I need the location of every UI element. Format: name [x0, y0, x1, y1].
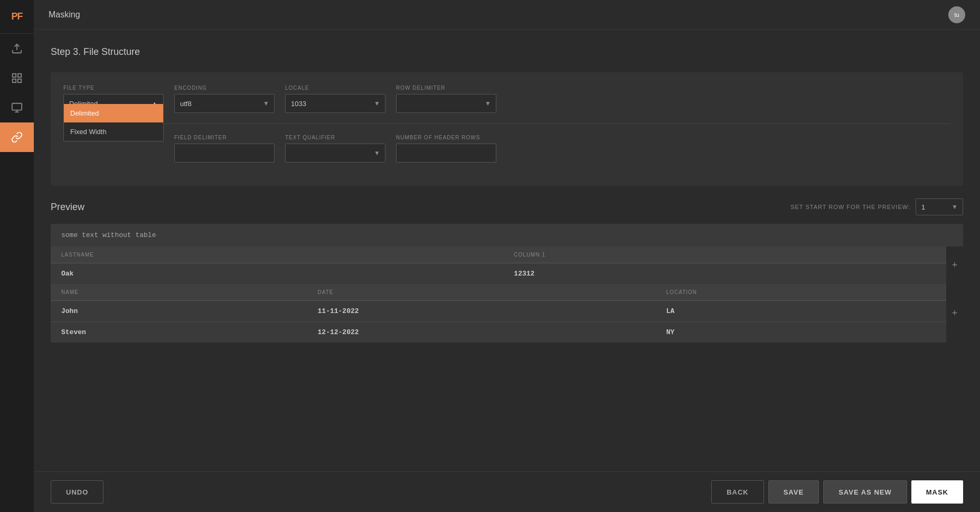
table-2-cell-name-2: Steven — [51, 322, 307, 343]
preview-table-2-container: NAME DATE LOCATION John 11-11-2022 LA — [51, 284, 963, 343]
footer: UNDO BACK SAVE SAVE AS NEW MASK — [34, 471, 980, 512]
table-1-cell-col1: 12312 — [503, 263, 946, 285]
mask-button[interactable]: MASK — [911, 480, 963, 504]
add-column-button-2[interactable]: + — [946, 284, 963, 343]
header-rows-label: NUMBER OF HEADER ROWS — [396, 135, 496, 140]
table-row: Oak 12312 — [51, 263, 946, 285]
row-delimiter-select[interactable] — [396, 94, 496, 113]
table-2-col-date: DATE — [307, 284, 656, 301]
preview-text-row: some text without table — [51, 224, 963, 246]
table-2-cell-location-1: LA — [656, 301, 946, 322]
table-1-header-row: LASTNAME COLUMN 1 — [51, 246, 946, 263]
table-row: Steven 12-12-2022 NY — [51, 322, 946, 343]
table-2-cell-location-2: NY — [656, 322, 946, 343]
header: Masking tu — [34, 0, 980, 30]
header-rows-group: NUMBER OF HEADER ROWS — [396, 135, 496, 163]
sidebar-item-grid[interactable] — [0, 63, 34, 93]
file-structure-form: FILE TYPE Delimited ▲ Delimited Fixed Wi… — [51, 72, 963, 186]
sidebar-item-link[interactable] — [0, 122, 34, 152]
svg-rect-5 — [12, 103, 22, 110]
header-rows-input[interactable] — [396, 144, 496, 163]
locale-group: LOCALE 1033 1041 2052 1036 ▼ — [285, 85, 385, 113]
field-delimiter-input[interactable] — [174, 144, 275, 163]
locale-label: LOCALE — [285, 85, 385, 91]
preview-row-control: SET START ROW FOR THE PREVIEW: 1 2 3 ▼ — [790, 198, 963, 215]
footer-right: BACK SAVE SAVE AS NEW MASK — [711, 480, 963, 504]
row-delimiter-group: ROW DELIMITER ▼ — [396, 85, 496, 113]
form-row-2: FIELD DELIMITER TEXT QUALIFIER ▼ NUMBE — [63, 135, 950, 163]
start-row-label: SET START ROW FOR THE PREVIEW: — [790, 204, 910, 210]
field-delimiter-label: FIELD DELIMITER — [174, 135, 275, 140]
encoding-group: ENCODING utf8 utf16 ascii latin1 ▼ — [174, 85, 275, 113]
back-button[interactable]: BACK — [711, 480, 764, 504]
form-row-1: FILE TYPE Delimited ▲ Delimited Fixed Wi… — [63, 85, 950, 113]
table-2-header-row: NAME DATE LOCATION — [51, 284, 946, 301]
save-as-new-button[interactable]: SAVE AS NEW — [823, 480, 907, 504]
sidebar-item-upload[interactable] — [0, 34, 34, 63]
row-delimiter-select-wrapper: ▼ — [396, 94, 496, 113]
encoding-select-wrapper: utf8 utf16 ascii latin1 ▼ — [174, 94, 275, 113]
table-2-cell-date-1: 11-11-2022 — [307, 301, 656, 322]
locale-select[interactable]: 1033 1041 2052 1036 — [285, 94, 385, 113]
sidebar-item-monitor[interactable] — [0, 93, 34, 122]
svg-rect-3 — [13, 79, 16, 82]
preview-table-1-block: LASTNAME COLUMN 1 Oak 12312 — [51, 246, 946, 284]
encoding-label: ENCODING — [174, 85, 275, 91]
table-1-col-lastname: LASTNAME — [51, 246, 503, 263]
save-button[interactable]: SAVE — [768, 480, 819, 504]
dropdown-option-delimited[interactable]: Delimited — [64, 104, 163, 122]
preview-table-1: LASTNAME COLUMN 1 Oak 12312 — [51, 246, 946, 284]
sidebar: PF — [0, 0, 34, 512]
preview-header: Preview SET START ROW FOR THE PREVIEW: 1… — [51, 198, 963, 215]
avatar[interactable]: tu — [948, 6, 965, 23]
page-title: Masking — [49, 10, 80, 20]
file-type-dropdown: Delimited Fixed Width — [63, 104, 164, 141]
text-qualifier-group: TEXT QUALIFIER ▼ — [285, 135, 385, 163]
preview-area: some text without table LASTNAME COLUMN … — [51, 224, 963, 343]
svg-rect-4 — [18, 79, 21, 82]
logo-text: PF — [11, 11, 22, 22]
table-row: John 11-11-2022 LA — [51, 301, 946, 322]
field-delimiter-group: FIELD DELIMITER — [174, 135, 275, 163]
dropdown-option-fixed-width[interactable]: Fixed Width — [64, 122, 163, 141]
start-row-select[interactable]: 1 2 3 — [916, 198, 963, 215]
undo-button[interactable]: UNDO — [51, 480, 103, 504]
app-logo: PF — [0, 0, 34, 34]
content-area: Step 3. File Structure FILE TYPE Delimit… — [34, 30, 980, 471]
svg-rect-2 — [18, 74, 21, 77]
text-qualifier-select-wrapper: ▼ — [285, 144, 385, 163]
text-qualifier-label: TEXT QUALIFIER — [285, 135, 385, 140]
footer-left: UNDO — [51, 480, 103, 504]
start-row-select-wrapper: 1 2 3 ▼ — [916, 198, 963, 215]
file-type-label: FILE TYPE — [63, 85, 164, 91]
preview-table-2: NAME DATE LOCATION John 11-11-2022 LA — [51, 284, 946, 343]
main-area: Masking tu Step 3. File Structure FILE T… — [34, 0, 980, 512]
text-qualifier-select[interactable] — [285, 144, 385, 163]
row-delimiter-label: ROW DELIMITER — [396, 85, 496, 91]
table-2-col-name: NAME — [51, 284, 307, 301]
table-2-cell-name-1: John — [51, 301, 307, 322]
add-column-button-1[interactable]: + — [946, 246, 963, 284]
form-divider — [63, 124, 950, 124]
file-type-group: FILE TYPE Delimited ▲ Delimited Fixed Wi… — [63, 85, 164, 113]
step-title: Step 3. File Structure — [51, 46, 963, 58]
preview-table-1-container: LASTNAME COLUMN 1 Oak 12312 — [51, 246, 963, 284]
table-1-cell-lastname: Oak — [51, 263, 503, 285]
locale-select-wrapper: 1033 1041 2052 1036 ▼ — [285, 94, 385, 113]
table-2-cell-date-2: 12-12-2022 — [307, 322, 656, 343]
svg-rect-1 — [13, 74, 16, 77]
encoding-select[interactable]: utf8 utf16 ascii latin1 — [174, 94, 275, 113]
preview-title: Preview — [51, 202, 84, 213]
preview-table-2-block: NAME DATE LOCATION John 11-11-2022 LA — [51, 284, 946, 343]
table-2-col-location: LOCATION — [656, 284, 946, 301]
preview-section: Preview SET START ROW FOR THE PREVIEW: 1… — [51, 198, 963, 343]
table-1-col-column1: COLUMN 1 — [503, 246, 946, 263]
